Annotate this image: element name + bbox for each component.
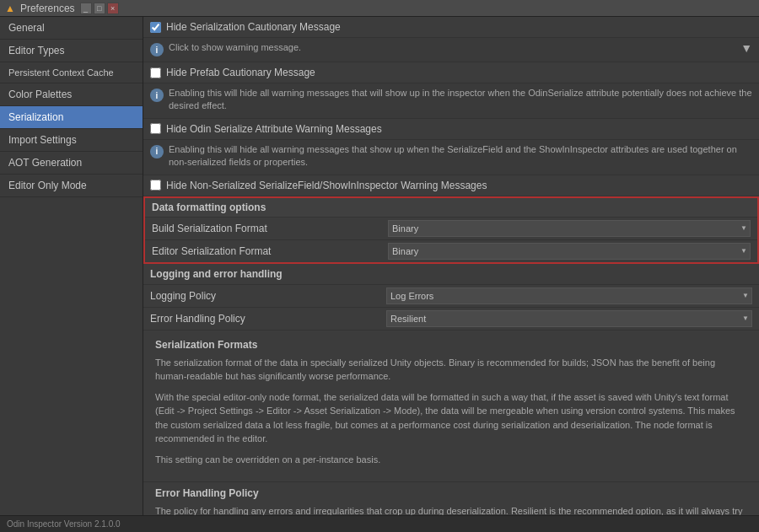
- sidebar-item-general[interactable]: General: [0, 17, 143, 40]
- hide-prefab-checkbox[interactable]: [150, 67, 161, 78]
- info-icon-prefab: i: [150, 89, 164, 102]
- error-handling-policy-select-wrapper: Resilient Strict: [386, 310, 752, 327]
- logging-header: Logging and error handling: [143, 264, 759, 284]
- editor-serialization-select[interactable]: Binary JSON Node: [388, 243, 751, 260]
- hide-prefab-label[interactable]: Hide Prefab Cautionary Message: [166, 67, 315, 78]
- restore-button[interactable]: □: [94, 3, 105, 14]
- info-text-serialization: Click to show warning message.: [169, 41, 301, 54]
- desc-serialization-p2: With the special editor-only node format…: [155, 390, 747, 446]
- close-button[interactable]: ×: [107, 3, 119, 14]
- editor-serialization-label: Editor Serialization Format: [152, 245, 388, 257]
- logging-policy-select-wrapper: Log Errors Log Warnings Silent: [386, 287, 752, 304]
- hide-serialization-row: Hide Serialization Cautionary Message: [143, 17, 759, 38]
- title-bar: ▲ Preferences _ □ ×: [0, 0, 759, 17]
- hide-prefab-row: Hide Prefab Cautionary Message: [143, 62, 759, 83]
- sidebar-item-editor-types[interactable]: Editor Types: [0, 40, 143, 62]
- build-serialization-select[interactable]: Binary JSON Node: [388, 220, 751, 237]
- editor-serialization-row: Editor Serialization Format Binary JSON …: [145, 239, 757, 262]
- info-prefab-row: i Enabling this will hide all warning me…: [143, 83, 759, 119]
- info-text-prefab: Enabling this will hide all warning mess…: [169, 87, 752, 113]
- hide-odin-serialize-row: Hide Odin Serialize Attribute Warning Me…: [143, 119, 759, 140]
- main-container: General Editor Types Persistent Context …: [0, 17, 759, 515]
- hide-odin-serialize-checkbox[interactable]: [150, 123, 161, 134]
- desc-error-handling: Error Handling Policy The policy for han…: [143, 481, 759, 515]
- minimize-button[interactable]: _: [80, 3, 92, 14]
- info-text-odin: Enabling this will hide all warning mess…: [169, 143, 752, 169]
- logging-policy-row: Logging Policy Log Errors Log Warnings S…: [143, 284, 759, 307]
- hide-non-serialized-checkbox[interactable]: [150, 180, 161, 191]
- status-bar: Odin Inspector Version 2.1.0.0: [0, 515, 759, 532]
- data-formatting-box: Data formatting options Build Serializat…: [143, 196, 759, 264]
- logging-policy-label: Logging Policy: [150, 290, 386, 302]
- version-text: Odin Inspector Version 2.1.0.0: [7, 519, 121, 529]
- hide-serialization-checkbox[interactable]: [150, 22, 161, 33]
- data-formatting-header: Data formatting options: [145, 198, 757, 217]
- hide-odin-serialize-label[interactable]: Hide Odin Serialize Attribute Warning Me…: [166, 123, 382, 135]
- expand-button[interactable]: ▼: [740, 41, 752, 55]
- error-handling-policy-label: Error Handling Policy: [150, 313, 386, 325]
- sidebar-item-color-palettes[interactable]: Color Palettes: [0, 83, 143, 106]
- sidebar-item-import-settings[interactable]: Import Settings: [0, 129, 143, 152]
- hide-non-serialized-label[interactable]: Hide Non-Serialized SerializeField/ShowI…: [166, 180, 487, 191]
- sidebar-item-persistent-context-cache[interactable]: Persistent Context Cache: [0, 62, 143, 83]
- build-serialization-row: Build Serialization Format Binary JSON N…: [145, 217, 757, 239]
- desc-serialization-formats: Serialization Formats The serialization …: [143, 330, 759, 482]
- desc-serialization-title: Serialization Formats: [155, 339, 747, 351]
- logging-policy-select[interactable]: Log Errors Log Warnings Silent: [386, 287, 752, 304]
- hide-serialization-label[interactable]: Hide Serialization Cautionary Message: [166, 21, 341, 33]
- content-area: Hide Serialization Cautionary Message i …: [143, 17, 759, 515]
- build-serialization-label: Build Serialization Format: [152, 223, 388, 234]
- desc-error-handling-p1: The policy for handling any errors and i…: [155, 504, 747, 515]
- error-handling-policy-select[interactable]: Resilient Strict: [386, 310, 752, 327]
- sidebar-item-aot-generation[interactable]: AOT Generation: [0, 152, 143, 175]
- desc-error-handling-title: Error Handling Policy: [155, 487, 747, 499]
- sidebar-item-editor-only-mode[interactable]: Editor Only Mode: [0, 175, 143, 197]
- content-inner: Hide Serialization Cautionary Message i …: [143, 17, 759, 515]
- sidebar: General Editor Types Persistent Context …: [0, 17, 143, 515]
- desc-serialization-p3: This setting can be overridden on a per-…: [155, 453, 747, 467]
- desc-serialization-p1: The serialization format of the data in …: [155, 356, 747, 384]
- error-handling-policy-row: Error Handling Policy Resilient Strict: [143, 307, 759, 330]
- hide-non-serialized-row: Hide Non-Serialized SerializeField/ShowI…: [143, 175, 759, 196]
- info-icon-odin: i: [150, 145, 164, 159]
- window-title: Preferences: [20, 3, 75, 14]
- app-icon: ▲: [5, 3, 15, 14]
- info-odin-row: i Enabling this will hide all warning me…: [143, 140, 759, 175]
- editor-serialization-select-wrapper: Binary JSON Node: [388, 243, 751, 260]
- info-icon-serialization: i: [150, 43, 164, 56]
- window-controls[interactable]: _ □ ×: [80, 3, 119, 14]
- info-serialization-row: i Click to show warning message. ▼: [143, 38, 759, 62]
- sidebar-item-serialization[interactable]: Serialization: [0, 106, 143, 129]
- build-serialization-select-wrapper: Binary JSON Node: [388, 220, 751, 237]
